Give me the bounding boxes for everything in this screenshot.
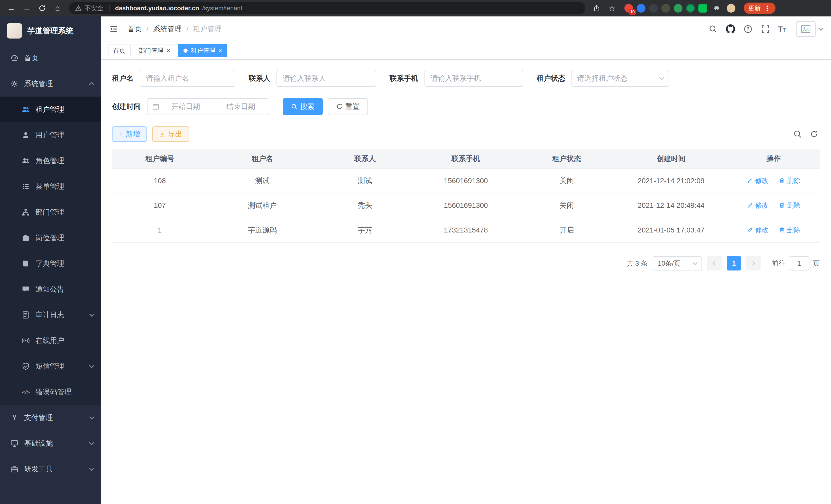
next-page-button[interactable] (746, 256, 761, 270)
breadcrumb: 首页 / 系统管理 / 租户管理 (127, 24, 222, 34)
sidebar-item-sms[interactable]: 短信管理 (0, 353, 101, 379)
sidebar-item-menu[interactable]: 菜单管理 (0, 174, 101, 199)
extensions-row: 10 (624, 2, 736, 14)
page-number-button[interactable]: 1 (727, 256, 741, 270)
extension-icon-blue[interactable] (637, 4, 646, 12)
menu-list-icon (22, 182, 30, 190)
github-icon[interactable] (725, 24, 736, 34)
mobile-input[interactable] (425, 70, 523, 87)
column-header: 租户状态 (519, 149, 614, 169)
sidebar-item-audit-log[interactable]: 审计日志 (0, 302, 101, 328)
chevron-down-icon (89, 414, 94, 419)
navbar: 首页 / 系统管理 / 租户管理 ? (101, 17, 831, 42)
filter-tenant-name: 租户名 (112, 70, 235, 87)
add-button[interactable]: + 新增 (112, 126, 147, 142)
browser-profile-avatar[interactable] (727, 4, 736, 12)
gear-icon (10, 80, 19, 88)
browser-home-icon[interactable]: ⌂ (51, 2, 64, 14)
tab-tenant[interactable]: 租户管理 × (178, 44, 227, 57)
address-bar[interactable]: 不安全 dashboard.yudao.iocoder.cn /system/t… (69, 2, 585, 14)
prev-page-button[interactable] (707, 256, 721, 270)
search-icon[interactable] (708, 24, 718, 34)
edit-button[interactable]: 修改 (747, 201, 769, 210)
refresh-icon[interactable] (808, 128, 820, 140)
browser-forward-icon[interactable]: → (21, 2, 33, 14)
tab-home[interactable]: 首页 (108, 44, 131, 57)
extensions-puzzle-icon[interactable] (711, 2, 723, 14)
app-title: 芋道管理系统 (27, 26, 74, 36)
main-area: 首页 / 系统管理 / 租户管理 ? (101, 17, 831, 504)
reset-button[interactable]: 重置 (328, 98, 368, 115)
share-icon[interactable] (591, 2, 603, 14)
pagination-total: 共 3 条 (627, 259, 648, 268)
sidebar-item-post[interactable]: 岗位管理 (0, 225, 101, 251)
tenant-name-input[interactable] (140, 70, 235, 87)
extension-icon-dark-1[interactable] (649, 4, 658, 12)
delete-button[interactable]: 删除 (779, 201, 800, 210)
edit-button[interactable]: 修改 (747, 226, 769, 235)
sidebar-item-user[interactable]: 用户管理 (0, 122, 101, 148)
table-search-icon[interactable] (792, 128, 803, 140)
extension-icon-chat[interactable] (698, 4, 707, 12)
extension-icon-red[interactable]: 10 (624, 4, 633, 12)
column-header: 联系手机 (413, 149, 519, 169)
tab-dept[interactable]: 部门管理 × (134, 44, 175, 57)
extension-icon-dark-2[interactable] (661, 4, 670, 12)
page-content: 租户名 联系人 联系手机 租户状态 请选择租户状态 (101, 60, 831, 504)
help-icon[interactable]: ? (743, 24, 753, 34)
sidebar-item-system[interactable]: 系统管理 (0, 71, 101, 97)
plus-icon: + (119, 130, 123, 138)
sidebar-item-home[interactable]: 首页 (0, 45, 101, 71)
sidebar-item-notice[interactable]: 通知公告 (0, 276, 101, 302)
bookmark-star-icon[interactable]: ☆ (606, 2, 618, 14)
sidebar-item-dev-tools[interactable]: 研发工具 (0, 456, 101, 482)
sidebar-item-tenant[interactable]: 租户管理 (0, 97, 101, 122)
contact-input[interactable] (277, 70, 376, 87)
extension-icon-green-1[interactable] (674, 4, 683, 12)
delete-button[interactable]: 删除 (779, 226, 800, 235)
sidebar-item-role[interactable]: 角色管理 (0, 148, 101, 174)
export-button[interactable]: 导出 (152, 126, 189, 142)
browser-back-icon[interactable]: ← (5, 2, 18, 14)
goto-page: 前往 页 (772, 256, 820, 270)
chevron-left-icon (713, 261, 717, 266)
sidebar: 芋道管理系统 首页 系统管理 租户管 (0, 17, 101, 504)
security-label: 不安全 (85, 4, 103, 12)
font-size-icon[interactable]: TT (778, 25, 786, 33)
sidebar-item-dict[interactable]: 字典管理 (0, 251, 101, 276)
logo-row[interactable]: 芋道管理系统 (0, 17, 101, 45)
table-header-row: 租户编号 租户名 联系人 联系手机 租户状态 创建时间 操作 (112, 149, 820, 169)
briefcase-icon (22, 234, 30, 242)
browser-update-button[interactable]: 更新 ⋮ (744, 3, 775, 14)
browser-menu-icon[interactable]: ⋮ (764, 4, 771, 12)
close-icon[interactable]: × (167, 48, 170, 54)
date-range-picker[interactable]: 开始日期 - 结束日期 (147, 98, 269, 115)
pagination: 共 3 条 10条/页 1 前往 页 (112, 256, 820, 270)
column-header: 创建时间 (614, 149, 728, 169)
sidebar-item-payment[interactable]: ¥ 支付管理 (0, 405, 101, 431)
sidebar-item-infra[interactable]: 基础设施 (0, 431, 101, 456)
status-select[interactable]: 请选择租户状态 (571, 70, 669, 87)
breadcrumb-system[interactable]: 系统管理 (153, 24, 182, 34)
url-path: /system/tenant (202, 5, 242, 12)
page-size-select[interactable]: 10条/页 (653, 256, 702, 270)
sidebar-item-online-users[interactable]: 在线用户 (0, 328, 101, 353)
fullscreen-icon[interactable] (760, 24, 771, 34)
url-host: dashboard.yudao.iocoder.cn (115, 5, 199, 12)
chat-bubble-icon (22, 285, 30, 293)
user-avatar-dropdown[interactable] (796, 21, 823, 37)
sidebar-item-error-code[interactable]: </> 错误码管理 (0, 379, 101, 405)
breadcrumb-home[interactable]: 首页 (127, 24, 142, 34)
sidebar-item-dept[interactable]: 部门管理 (0, 199, 101, 225)
search-button[interactable]: 搜索 (283, 98, 323, 115)
yen-icon: ¥ (10, 414, 19, 422)
close-icon[interactable]: × (219, 48, 222, 54)
sidebar-fold-icon[interactable] (108, 23, 119, 35)
edit-button[interactable]: 修改 (747, 176, 769, 185)
goto-page-input[interactable] (789, 256, 809, 270)
chevron-up-icon (89, 82, 94, 87)
delete-button[interactable]: 删除 (779, 176, 800, 185)
browser-reload-icon[interactable] (36, 2, 48, 14)
extension-icon-green-2[interactable] (686, 4, 695, 12)
tenant-users-icon (22, 105, 30, 114)
